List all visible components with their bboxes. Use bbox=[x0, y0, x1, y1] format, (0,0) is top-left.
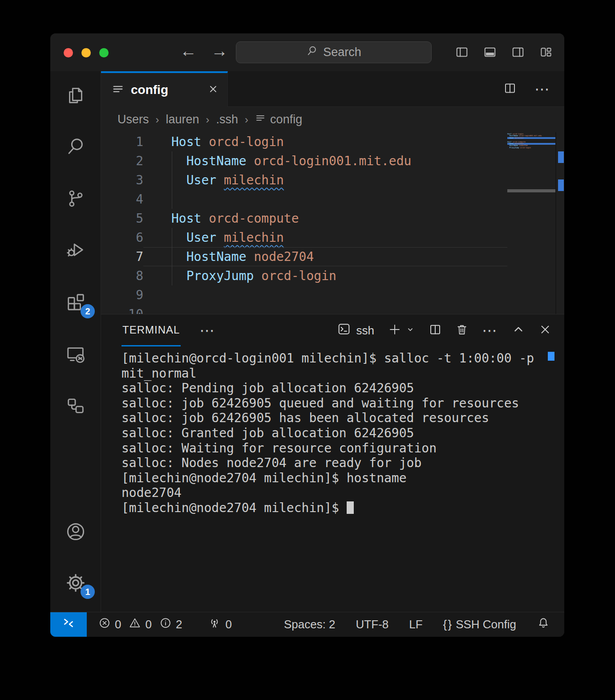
eol-indicator[interactable]: LF bbox=[409, 618, 422, 631]
sidebar-item-remote-explorer[interactable] bbox=[50, 343, 101, 368]
tab-config[interactable]: config bbox=[101, 71, 228, 107]
warning-count: 0 bbox=[145, 618, 151, 631]
terminal-line: [milechin@orcd-login001 milechin]$ sallo… bbox=[121, 351, 564, 366]
files-icon bbox=[65, 85, 86, 107]
ports-count: 0 bbox=[225, 618, 231, 631]
editor-code-lines[interactable]: 1Host orcd-login2 HostName orcd-login001… bbox=[101, 132, 507, 314]
breadcrumb-item-ssh[interactable]: .ssh bbox=[216, 113, 239, 126]
accounts-button[interactable] bbox=[50, 520, 101, 545]
customize-layout-icon[interactable] bbox=[539, 45, 553, 59]
terminal-profile-chevron-down-icon[interactable] bbox=[405, 325, 415, 336]
breadcrumb-item-lauren[interactable]: lauren bbox=[166, 113, 199, 126]
terminal-cursor bbox=[347, 501, 354, 514]
terminal-line: mit_normal bbox=[121, 366, 564, 381]
maximize-panel-chevron-up-icon[interactable] bbox=[512, 323, 525, 338]
activity-bar: 2 bbox=[50, 71, 101, 612]
toggle-secondary-sidebar-icon[interactable] bbox=[511, 45, 525, 59]
terminal-icon bbox=[337, 322, 351, 339]
toggle-panel-icon[interactable] bbox=[483, 45, 497, 59]
encoding-indicator[interactable]: UTF-8 bbox=[356, 618, 389, 631]
breadcrumb-item-file[interactable]: config bbox=[255, 113, 302, 126]
code-line[interactable]: 5Host orcd-compute bbox=[101, 209, 507, 228]
debug-icon bbox=[65, 240, 86, 262]
minimap-slider[interactable] bbox=[507, 189, 555, 192]
kill-terminal-trash-icon[interactable] bbox=[455, 323, 469, 338]
command-center-search[interactable]: Search bbox=[236, 41, 432, 63]
line-number: 1 bbox=[101, 132, 143, 151]
close-tab-icon[interactable] bbox=[208, 84, 218, 96]
indent-guide bbox=[172, 151, 172, 171]
more-actions-icon[interactable]: ⋯ bbox=[534, 81, 551, 97]
terminal-line: salloc: job 62426905 queued and waiting … bbox=[121, 396, 564, 411]
info-icon bbox=[159, 617, 172, 632]
split-editor-icon[interactable] bbox=[503, 81, 517, 97]
settings-button[interactable]: 1 bbox=[50, 571, 101, 596]
code-line[interactable]: 1Host orcd-login bbox=[101, 132, 507, 151]
list-file-icon bbox=[255, 113, 266, 126]
settings-badge: 1 bbox=[81, 585, 95, 599]
toggle-sidebar-icon[interactable] bbox=[455, 45, 469, 59]
indent-guide bbox=[172, 190, 172, 209]
code-line[interactable]: 8 ProxyJump orcd-login bbox=[101, 266, 507, 285]
new-terminal-icon[interactable] bbox=[388, 322, 402, 338]
close-panel-icon[interactable] bbox=[538, 323, 552, 338]
code-line[interactable]: 3 User milechin bbox=[101, 171, 507, 190]
status-bar: 0 0 2 bbox=[50, 612, 564, 637]
traffic-lights bbox=[64, 48, 109, 57]
line-number: 10 bbox=[101, 305, 143, 314]
problems-indicator[interactable]: 0 0 2 bbox=[98, 617, 182, 632]
breadcrumb-item-users[interactable]: Users bbox=[117, 113, 149, 126]
sidebar-item-source-control[interactable] bbox=[50, 187, 101, 212]
code-line[interactable]: 9 bbox=[101, 285, 507, 305]
line-number: 9 bbox=[101, 285, 143, 305]
split-terminal-icon[interactable] bbox=[429, 323, 442, 338]
overview-ruler[interactable] bbox=[555, 132, 564, 314]
terminal-line: salloc: Granted job allocation 62426905 bbox=[121, 426, 564, 441]
sidebar-item-search[interactable] bbox=[50, 135, 101, 160]
notifications-bell-icon[interactable] bbox=[537, 616, 550, 633]
panel: TERMINAL ⋯ ssh bbox=[101, 314, 564, 612]
terminal-line: node2704 bbox=[121, 485, 564, 501]
sidebar-item-extensions[interactable]: 2 bbox=[50, 291, 101, 316]
ports-indicator[interactable]: 0 bbox=[208, 616, 231, 633]
terminal-scroll-indicator bbox=[548, 352, 554, 361]
overview-marker bbox=[558, 179, 564, 191]
terminal-output[interactable]: [milechin@orcd-login001 milechin]$ sallo… bbox=[101, 346, 564, 612]
sidebar-item-run-debug[interactable] bbox=[50, 238, 101, 263]
zoom-window-button[interactable] bbox=[99, 48, 109, 57]
search-icon bbox=[306, 45, 318, 60]
close-window-button[interactable] bbox=[64, 48, 73, 57]
terminal-instance-ssh[interactable]: ssh bbox=[337, 322, 374, 339]
sidebar-item-explorer[interactable] bbox=[50, 84, 101, 109]
braces-icon: { } bbox=[443, 618, 452, 631]
line-number: 5 bbox=[101, 209, 143, 228]
tab-terminal[interactable]: TERMINAL bbox=[121, 314, 181, 346]
sidebar-item-hierarchy[interactable] bbox=[50, 394, 101, 419]
line-number: 8 bbox=[101, 266, 143, 285]
forward-button[interactable]: → bbox=[210, 41, 229, 61]
terminal-line: [milechin@node2704 milechin]$ hostname bbox=[121, 471, 564, 486]
code-line[interactable]: 6 User milechin bbox=[101, 228, 507, 247]
error-count: 0 bbox=[115, 618, 121, 631]
editor-pane: 1Host orcd-login2 HostName orcd-login001… bbox=[101, 132, 564, 314]
panel-more-tabs-icon[interactable]: ⋯ bbox=[199, 323, 216, 338]
indentation-indicator[interactable]: Spaces: 2 bbox=[284, 618, 336, 631]
minimap[interactable]: Host orcd-login HostName orcd-login001.m… bbox=[507, 132, 555, 314]
minimize-window-button[interactable] bbox=[81, 48, 91, 57]
code-line[interactable]: 2 HostName orcd-login001.mit.edu bbox=[101, 151, 507, 171]
search-label: Search bbox=[323, 45, 361, 59]
panel-more-actions-icon[interactable]: ⋯ bbox=[482, 323, 498, 338]
chevron-right-icon: › bbox=[155, 114, 160, 126]
code-line[interactable]: 7 HostName node2704 bbox=[101, 247, 507, 266]
code-line[interactable]: 4 bbox=[101, 190, 507, 209]
back-button[interactable]: ← bbox=[178, 41, 198, 61]
chevron-right-icon: › bbox=[205, 114, 210, 126]
source-control-icon bbox=[65, 188, 86, 211]
remote-indicator[interactable] bbox=[50, 612, 87, 637]
code-line[interactable]: 10 bbox=[101, 305, 507, 314]
terminal-line: [milechin@node2704 milechin]$ bbox=[121, 501, 564, 516]
info-count: 2 bbox=[176, 618, 182, 631]
chevron-right-icon: › bbox=[244, 114, 249, 126]
language-mode-indicator[interactable]: { } SSH Config bbox=[443, 618, 516, 631]
terminal-shell-label: ssh bbox=[356, 324, 374, 338]
